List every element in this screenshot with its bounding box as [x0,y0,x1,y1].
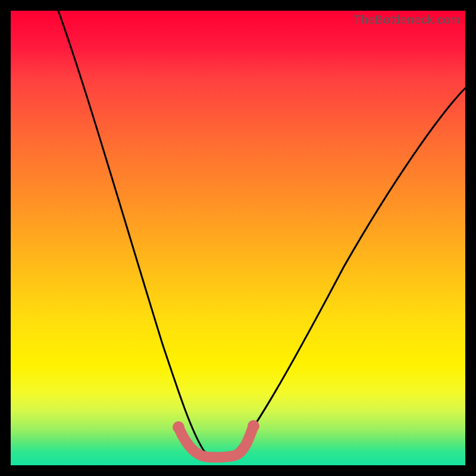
plot-area: TheBottleneck.com [11,11,465,465]
optimal-band-dot-left [173,421,184,433]
optimal-band-dot-right [248,420,259,432]
chart-frame: TheBottleneck.com [0,0,476,476]
bottleneck-curve-path [58,11,465,458]
curve-layer [11,11,465,465]
optimal-band-path [178,426,253,458]
